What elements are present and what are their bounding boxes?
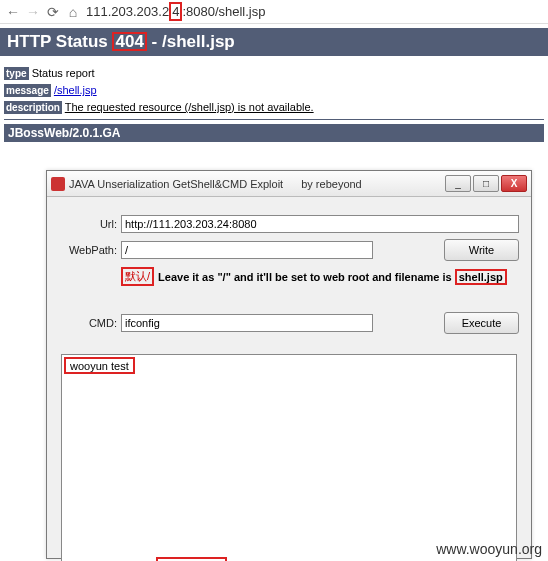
message-value[interactable]: /shell.jsp xyxy=(54,84,97,96)
browser-toolbar: ← → ⟳ ⌂ 111.203.203.24:8080/shell.jsp xyxy=(0,0,548,24)
dialog-titlebar[interactable]: JAVA Unserialization GetShell&CMD Exploi… xyxy=(47,171,531,197)
cmd-input[interactable] xyxy=(121,314,373,332)
execute-button[interactable]: Execute xyxy=(444,312,519,334)
server-footer: JBossWeb/2.0.1.GA xyxy=(4,124,544,142)
hint-default: 默认/ xyxy=(121,267,154,286)
dialog-body: Url: WebPath: Write 默认/ Leave it as "/" … xyxy=(47,197,531,350)
url-row: Url: xyxy=(59,215,519,233)
site-watermark: www.wooyun.org xyxy=(436,541,542,557)
http-status-header: HTTP Status 404 - /shell.jsp xyxy=(0,28,548,56)
hint-row: 默认/ Leave it as "/" and it'll be set to … xyxy=(121,267,519,286)
type-label: type xyxy=(4,67,29,80)
hint-text: Leave it as "/" and it'll be set to web … xyxy=(158,269,507,285)
description-value: The requested resource (/shell.jsp) is n… xyxy=(65,101,314,113)
webpath-input[interactable] xyxy=(121,241,373,259)
cmd-label: CMD: xyxy=(59,317,121,329)
hint-filename: shell.jsp xyxy=(455,269,507,285)
url-bar[interactable]: 111.203.203.24:8080/shell.jsp xyxy=(86,2,266,21)
error-page-body: type Status report message /shell.jsp de… xyxy=(0,56,548,142)
url-part-right: :8080/shell.jsp xyxy=(182,4,265,19)
maximize-button[interactable]: □ xyxy=(473,175,499,192)
webpath-label: WebPath: xyxy=(59,244,121,256)
url-input[interactable] xyxy=(121,215,519,233)
type-value: Status report xyxy=(32,67,95,79)
back-icon[interactable]: ← xyxy=(6,4,20,20)
status-code-highlight: 404 xyxy=(112,32,146,51)
cmd-row: CMD: Execute xyxy=(59,312,519,334)
minimize-button[interactable]: _ xyxy=(445,175,471,192)
home-icon[interactable]: ⌂ xyxy=(66,4,80,20)
output-textarea[interactable]: wooyun test /上传成功 https://blog.csdn.net/… xyxy=(61,354,517,561)
url-label: Url: xyxy=(59,218,121,230)
upload-success: /上传成功 xyxy=(156,557,227,561)
reload-icon[interactable]: ⟳ xyxy=(46,4,60,20)
hint-text-a: Leave it as "/" and it'll be set to web … xyxy=(158,271,455,283)
message-label: message xyxy=(4,84,51,97)
url-highlight-box: 4 xyxy=(169,2,182,21)
output-line: wooyun test xyxy=(64,357,135,374)
java-icon xyxy=(51,177,65,191)
status-prefix: HTTP Status xyxy=(7,32,112,51)
dialog-title: JAVA Unserialization GetShell&CMD Exploi… xyxy=(69,178,283,190)
close-button[interactable]: X xyxy=(501,175,527,192)
forward-icon[interactable]: → xyxy=(26,4,40,20)
exploit-dialog: JAVA Unserialization GetShell&CMD Exploi… xyxy=(46,170,532,559)
divider xyxy=(4,119,544,120)
write-button[interactable]: Write xyxy=(444,239,519,261)
description-label: description xyxy=(4,101,62,114)
status-suffix: - /shell.jsp xyxy=(147,32,235,51)
dialog-author: by rebeyond xyxy=(301,178,362,190)
webpath-row: WebPath: Write xyxy=(59,239,519,261)
url-part-left: 111.203.203.2 xyxy=(86,4,169,19)
